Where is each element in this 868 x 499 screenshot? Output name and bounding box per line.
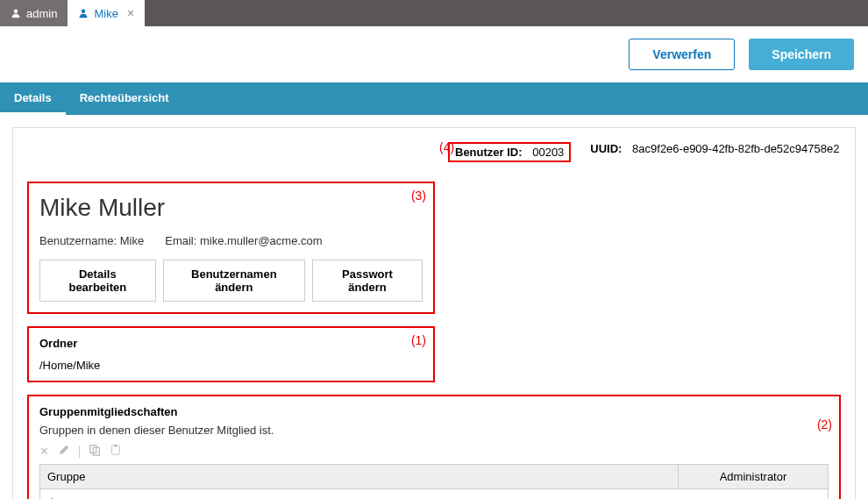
uuid-value: 8ac9f2e6-e909-42fb-82fb-de52c94758e2 xyxy=(632,142,839,155)
group-name-input[interactable] xyxy=(66,496,821,500)
add-icon[interactable]: + xyxy=(47,495,57,499)
column-group[interactable]: Gruppe xyxy=(40,465,679,488)
edit-icon[interactable] xyxy=(58,444,70,459)
nav-tabs: Details Rechteübersicht xyxy=(0,82,868,115)
change-username-button[interactable]: Benutzernamen ändern xyxy=(163,260,305,302)
user-id-label: Benutzer ID: xyxy=(455,146,523,159)
action-bar: Verwerfen Speichern xyxy=(0,26,868,82)
user-id: Benutzer ID: 00203 xyxy=(448,142,571,162)
id-row: (4) Benutzer ID: 00203 UUID: 8ac9f2e6-e9… xyxy=(448,142,841,162)
folder-path: /Home/Mike xyxy=(39,359,423,372)
groups-grid-header: Gruppe Administrator xyxy=(39,464,829,489)
user-buttons: Details bearbeiten Benutzernamen ändern … xyxy=(39,260,423,302)
uuid-label: UUID: xyxy=(590,142,622,155)
edit-details-button[interactable]: Details bearbeiten xyxy=(39,260,156,302)
close-icon[interactable]: × xyxy=(127,7,134,19)
folder-box: (1) Ordner /Home/Mike xyxy=(27,326,435,382)
delete-icon[interactable]: ✕ xyxy=(39,445,49,458)
tab-bar: admin Mike × xyxy=(0,0,868,26)
tab-admin[interactable]: admin xyxy=(0,0,68,26)
toolbar-separator xyxy=(79,446,80,458)
group-name-input-wrap xyxy=(66,496,821,500)
svg-point-0 xyxy=(14,10,18,14)
user-id-value: 00203 xyxy=(532,146,564,159)
column-admin[interactable]: Administrator xyxy=(679,465,828,488)
user-info: Benutzername: Mike Email: mike.muller@ac… xyxy=(39,234,423,247)
tab-details[interactable]: Details xyxy=(0,82,66,115)
discard-button[interactable]: Verwerfen xyxy=(629,39,735,70)
groups-add-row: + xyxy=(39,489,829,499)
content: (4) Benutzer ID: 00203 UUID: 8ac9f2e6-e9… xyxy=(0,115,868,499)
tab-mike[interactable]: Mike × xyxy=(68,0,145,26)
paste-icon[interactable] xyxy=(110,444,122,459)
user-fullname: Mike Muller xyxy=(39,194,423,222)
annotation-1: (1) xyxy=(411,333,426,347)
folder-title: Ordner xyxy=(39,337,423,350)
svg-point-1 xyxy=(82,10,86,14)
annotation-2: (2) xyxy=(817,417,832,431)
tab-rights[interactable]: Rechteübersicht xyxy=(66,82,183,115)
groups-subtitle: Gruppen in denen dieser Benutzer Mitglie… xyxy=(39,424,829,437)
svg-rect-5 xyxy=(114,445,117,447)
annotation-3: (3) xyxy=(411,189,426,203)
email-label: Email: mike.muller@acme.com xyxy=(165,234,322,247)
uuid: UUID: 8ac9f2e6-e909-42fb-82fb-de52c94758… xyxy=(590,142,839,162)
copy-icon[interactable] xyxy=(89,444,101,459)
username-label: Benutzername: Mike xyxy=(39,234,144,247)
tab-label: Mike xyxy=(94,7,117,20)
group-toolbar: ✕ xyxy=(39,444,829,459)
user-icon xyxy=(11,8,21,18)
details-panel: (4) Benutzer ID: 00203 UUID: 8ac9f2e6-e9… xyxy=(12,127,856,499)
annotation-4: (4) xyxy=(439,140,454,154)
groups-box: (2) Gruppenmitgliedschaften Gruppen in d… xyxy=(27,395,841,499)
change-password-button[interactable]: Passwort ändern xyxy=(312,260,423,302)
user-card: (3) Mike Muller Benutzername: Mike Email… xyxy=(27,182,435,314)
groups-title: Gruppenmitgliedschaften xyxy=(39,405,829,418)
save-button[interactable]: Speichern xyxy=(749,39,854,70)
tab-label: admin xyxy=(26,7,57,20)
user-icon xyxy=(78,8,89,18)
